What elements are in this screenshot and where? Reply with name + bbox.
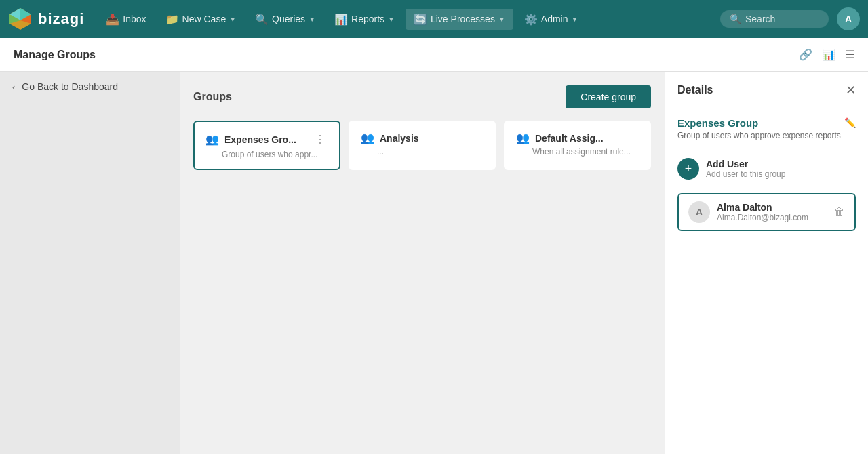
user-card-alma: A Alma Dalton Alma.Dalton@bizagi.com 🗑	[677, 193, 856, 231]
search-placeholder: Search	[745, 14, 775, 24]
new-case-caret: ▼	[229, 16, 236, 23]
search-icon: 🔍	[730, 14, 741, 24]
group-desc-expenses: Group of users who appr...	[205, 150, 328, 159]
group-users-icon-default: 👥	[516, 131, 530, 144]
details-group-header: Expenses Group Group of users who approv…	[677, 117, 856, 140]
add-user-label: Add User	[706, 159, 785, 169]
nav-admin[interactable]: ⚙️ Admin ▼	[516, 9, 587, 30]
admin-caret: ▼	[572, 16, 578, 23]
groups-section-title: Groups	[193, 91, 232, 103]
details-close-button[interactable]: ✕	[846, 83, 856, 98]
group-card-default[interactable]: 👥 Default Assig... When all assignment r…	[504, 121, 651, 170]
user-delete-icon-alma[interactable]: 🗑	[834, 206, 845, 218]
nav-reports-label: Reports	[351, 14, 384, 24]
add-user-text: Add User Add user to this group	[706, 159, 785, 179]
nav-live-processes-label: Live Processes	[431, 14, 495, 24]
add-user-row[interactable]: + Add User Add user to this group	[677, 151, 856, 186]
nav-new-case[interactable]: 📁 New Case ▼	[157, 9, 245, 30]
add-user-circle-button[interactable]: +	[677, 158, 699, 180]
sidebar-back-label: Go Back to Dashboard	[22, 81, 118, 92]
search-box[interactable]: 🔍 Search	[720, 10, 829, 28]
details-panel: Details ✕ Expenses Group Group of users …	[665, 72, 868, 454]
groups-grid: 👥 Expenses Gro... ⋮ Group of users who a…	[193, 121, 651, 170]
group-card-header-analysis: 👥 Analysis	[361, 131, 484, 144]
page-header: Manage Groups 🔗 📊 ☰	[0, 38, 868, 72]
nav-queries-label: Queries	[272, 14, 305, 24]
link-icon[interactable]: 🔗	[799, 48, 812, 61]
navbar: bizagi 📥 Inbox 📁 New Case ▼ 🔍 Queries ▼ …	[0, 0, 868, 38]
nav-queries[interactable]: 🔍 Queries ▼	[247, 9, 323, 30]
user-email-alma: Alma.Dalton@bizagi.com	[717, 213, 827, 222]
group-users-icon-expenses: 👥	[205, 133, 219, 146]
user-avatar-alma: A	[688, 201, 710, 223]
group-name-analysis: Analysis	[380, 133, 419, 144]
logo-text: bizagi	[38, 10, 84, 28]
details-edit-icon[interactable]: ✏️	[844, 117, 856, 128]
header-icons: 🔗 📊 ☰	[799, 48, 854, 61]
group-card-title-row-analysis: 👥 Analysis	[361, 131, 419, 144]
nav-live-processes[interactable]: 🔄 Live Processes ▼	[406, 9, 513, 30]
sidebar: ‹ Go Back to Dashboard	[0, 72, 180, 454]
nav-admin-label: Admin	[541, 14, 568, 24]
group-card-expenses[interactable]: 👥 Expenses Gro... ⋮ Group of users who a…	[193, 121, 340, 170]
logo[interactable]: bizagi	[8, 7, 84, 31]
group-desc-analysis: ...	[361, 147, 484, 157]
group-menu-btn-expenses[interactable]: ⋮	[312, 131, 328, 147]
group-name-default: Default Assig...	[535, 133, 604, 144]
nav-new-case-label: New Case	[182, 14, 226, 24]
nav-reports[interactable]: 📊 Reports ▼	[326, 9, 403, 30]
menu-icon[interactable]: ☰	[845, 48, 854, 61]
group-card-header-default: 👥 Default Assig...	[516, 131, 639, 144]
back-arrow-icon: ‹	[12, 82, 15, 92]
details-title: Details	[677, 84, 713, 96]
group-card-header-expenses: 👥 Expenses Gro... ⋮	[205, 131, 328, 147]
logo-icon	[8, 7, 33, 31]
live-processes-caret: ▼	[498, 16, 505, 23]
nav-inbox-label: Inbox	[123, 14, 146, 24]
group-name-expenses: Expenses Gro...	[224, 134, 296, 145]
nav-inbox[interactable]: 📥 Inbox	[98, 9, 154, 30]
details-group-info: Expenses Group Group of users who approv…	[677, 117, 841, 140]
details-header: Details ✕	[665, 72, 868, 106]
live-processes-icon: 🔄	[414, 13, 427, 26]
user-name-alma: Alma Dalton	[717, 202, 827, 213]
content-header: Groups Create group	[193, 85, 651, 108]
add-user-plus-icon: +	[685, 162, 692, 176]
user-avatar[interactable]: A	[837, 7, 860, 30]
details-group-name: Expenses Group	[677, 117, 841, 129]
details-body: Expenses Group Group of users who approv…	[665, 106, 868, 454]
queries-caret: ▼	[309, 16, 315, 23]
user-info-alma: Alma Dalton Alma.Dalton@bizagi.com	[717, 202, 827, 222]
create-group-button[interactable]: Create group	[566, 85, 651, 108]
add-user-sublabel: Add user to this group	[706, 169, 785, 179]
group-users-icon-analysis: 👥	[361, 131, 374, 144]
chart-icon[interactable]: 📊	[822, 48, 835, 61]
details-group-desc: Group of users who approve expense repor…	[677, 131, 841, 140]
group-card-title-row-expenses: 👥 Expenses Gro...	[205, 133, 296, 146]
group-desc-default: When all assignment rule...	[516, 147, 639, 157]
inbox-icon: 📥	[106, 13, 119, 26]
main-layout: ‹ Go Back to Dashboard Groups Create gro…	[0, 72, 868, 454]
admin-icon: ⚙️	[524, 13, 538, 26]
reports-icon: 📊	[334, 13, 348, 26]
content-area: Groups Create group 👥 Expenses Gro... ⋮ …	[180, 72, 665, 454]
page-title: Manage Groups	[14, 49, 96, 61]
group-card-title-row-default: 👥 Default Assig...	[516, 131, 604, 144]
sidebar-back-item[interactable]: ‹ Go Back to Dashboard	[0, 72, 180, 102]
new-case-icon: 📁	[165, 13, 179, 26]
queries-icon: 🔍	[255, 13, 269, 26]
group-card-analysis[interactable]: 👥 Analysis ...	[349, 121, 496, 170]
reports-caret: ▼	[388, 16, 395, 23]
